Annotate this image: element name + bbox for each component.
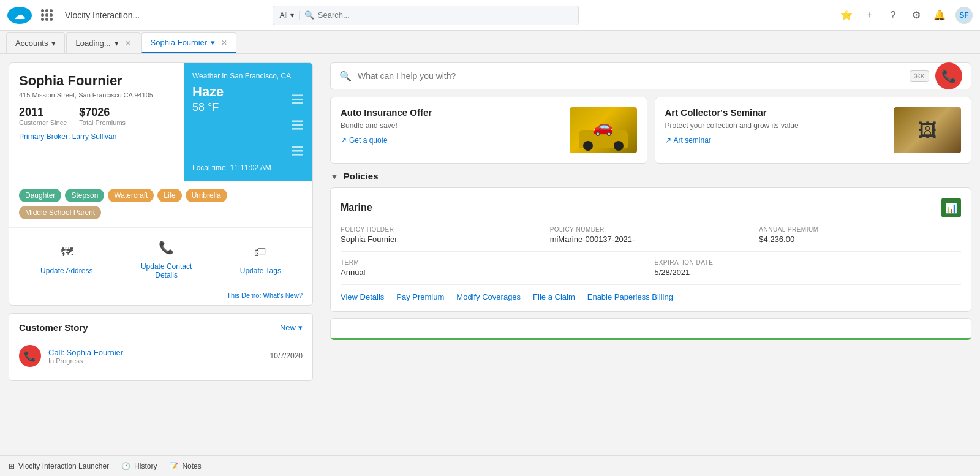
right-panel: 🔍 ⌘K 📞 Auto Insurance Offer Bundle and s… — [322, 54, 980, 455]
pay-premium-link[interactable]: Pay Premium — [396, 292, 444, 301]
policy-card-header: Marine 📊 — [341, 198, 961, 217]
field-policy-holder: POLICY HOLDER Sophia Fournier — [341, 226, 543, 244]
demo-link[interactable]: This Demo: What's New? — [9, 288, 312, 305]
story-status: In Progress — [48, 357, 263, 365]
tab-loading-close[interactable]: ✕ — [125, 39, 131, 48]
update-tags-button[interactable]: 🏷 Update Tags — [240, 241, 281, 275]
app-name: Vlocity Interaction... — [65, 10, 140, 20]
field-term: TERM Annual — [341, 259, 647, 277]
modify-coverages-link[interactable]: Modify Coverages — [456, 292, 521, 301]
help-shortcut: ⌘K — [910, 70, 929, 82]
policies-collapse-icon: ▼ — [330, 172, 339, 181]
update-address-button[interactable]: 🗺 Update Address — [40, 241, 92, 275]
auto-insurance-desc: Bundle and save! — [341, 121, 562, 130]
story-details: Call: Sophia Fournier In Progress — [48, 348, 263, 365]
view-details-link[interactable]: View Details — [341, 292, 384, 301]
policy-fields-row1: POLICY HOLDER Sophia Fournier POLICY NUM… — [341, 226, 961, 252]
app-launcher[interactable] — [38, 7, 55, 24]
tab-loading[interactable]: Loading... ▾ ✕ — [66, 32, 140, 53]
policies-header[interactable]: ▼ Policies — [330, 171, 971, 181]
policy-marine-card: Marine 📊 POLICY HOLDER Sophia Fournier P… — [330, 187, 971, 312]
history-icon: 🕐 — [121, 462, 130, 470]
field-expiration-date: EXPIRATION DATE 5/28/2021 — [655, 259, 962, 277]
policies-section: ▼ Policies Marine 📊 POLICY HOLDER Sophia… — [330, 171, 971, 447]
art-seminar-image: 🖼 — [894, 107, 961, 153]
auto-insurance-link[interactable]: ↗ Get a quote — [341, 136, 562, 145]
tab-bar: Accounts ▾ Loading... ▾ ✕ Sophia Fournie… — [0, 31, 980, 54]
top-nav: ☁ Vlocity Interaction... All ▾ 🔍 ⭐ ＋ ? ⚙… — [0, 0, 980, 31]
main-content: Sophia Fournier 415 Mission Street, San … — [0, 54, 980, 455]
art-seminar-title: Art Collector's Seminar — [665, 107, 887, 118]
profile-actions: 🗺 Update Address 📞 Update Contact Detail… — [9, 227, 312, 288]
update-tags-icon: 🏷 — [249, 241, 271, 263]
auto-insurance-card: Auto Insurance Offer Bundle and save! ↗ … — [330, 97, 647, 164]
launcher-icon: ⊞ — [9, 462, 15, 470]
profile-card: Sophia Fournier 415 Mission Street, San … — [9, 62, 313, 306]
tag-umbrella[interactable]: Umbrella — [186, 189, 227, 202]
tag-watercraft[interactable]: Watercraft — [108, 189, 154, 202]
search-input[interactable] — [318, 10, 573, 20]
art-seminar-content: Art Collector's Seminar Protect your col… — [665, 107, 887, 145]
call-button[interactable]: 📞 — [935, 62, 962, 89]
policy-marine-icon[interactable]: 📊 — [941, 198, 961, 217]
paperless-billing-link[interactable]: Enable Paperless Billing — [587, 292, 673, 301]
update-contact-button[interactable]: 📞 Update Contact Details — [136, 236, 197, 279]
story-title: Customer Story — [19, 322, 88, 333]
favorites-icon[interactable]: ⭐ — [839, 8, 854, 23]
profile-info: Sophia Fournier 415 Mission Street, San … — [9, 63, 184, 181]
art-seminar-desc: Protect your collection and grow its val… — [665, 121, 887, 130]
story-date: 10/7/2020 — [270, 352, 303, 360]
help-icon[interactable]: ? — [886, 8, 900, 23]
weather-icon: ≡≡≡ — [291, 86, 304, 164]
stat-total-premiums: $7026 Total Premiums — [79, 106, 126, 126]
primary-broker: Primary Broker: Larry Sullivan — [19, 132, 174, 141]
add-icon[interactable]: ＋ — [862, 8, 877, 23]
story-item: 📞 Call: Sophia Fournier In Progress 10/7… — [19, 340, 303, 372]
footer-history[interactable]: 🕐 History — [121, 462, 157, 470]
bottom-footer: ⊞ Vlocity Interaction Launcher 🕐 History… — [0, 455, 980, 476]
profile-name: Sophia Fournier — [19, 73, 174, 89]
help-input[interactable] — [358, 71, 903, 81]
notes-icon: 📝 — [169, 462, 178, 470]
policy-card-second — [330, 318, 971, 340]
global-search-bar: All ▾ 🔍 — [273, 6, 579, 25]
tab-sophia[interactable]: Sophia Fournier ▾ ✕ — [141, 32, 237, 53]
auto-insurance-content: Auto Insurance Offer Bundle and save! ↗ … — [341, 107, 562, 145]
left-panel: Sophia Fournier 415 Mission Street, San … — [0, 54, 322, 455]
auto-insurance-image: 🚗 — [570, 107, 637, 153]
policy-fields-row2: TERM Annual EXPIRATION DATE 5/28/2021 — [341, 252, 961, 285]
weather-time: Local time: 11:11:02 AM — [192, 164, 304, 172]
story-avatar: 📞 — [19, 345, 41, 367]
art-seminar-card: Art Collector's Seminar Protect your col… — [655, 97, 972, 164]
policy-actions: View Details Pay Premium Modify Coverage… — [341, 285, 961, 301]
tab-accounts[interactable]: Accounts ▾ — [6, 32, 65, 53]
salesforce-logo[interactable]: ☁ — [7, 7, 32, 24]
settings-icon[interactable]: ⚙ — [909, 8, 924, 23]
weather-widget: Weather in San Francisco, CA Haze 58 °F … — [184, 63, 312, 181]
field-annual-premium: ANNUAL PREMIUM $4,236.00 — [759, 226, 961, 244]
tags-section: Daughter Stepson Watercraft Life Umbrell… — [9, 181, 312, 227]
tag-middle-school[interactable]: Middle School Parent — [19, 206, 101, 219]
weather-condition: Haze — [192, 84, 224, 100]
search-scope[interactable]: All ▾ — [279, 11, 299, 20]
tab-sophia-close[interactable]: ✕ — [221, 39, 227, 47]
offers-row: Auto Insurance Offer Bundle and save! ↗ … — [330, 97, 971, 164]
art-seminar-link[interactable]: ↗ Art seminar — [665, 136, 887, 145]
story-name[interactable]: Call: Sophia Fournier — [48, 348, 263, 357]
policy-marine-name: Marine — [341, 202, 372, 213]
tag-stepson[interactable]: Stepson — [65, 189, 104, 202]
help-bar: 🔍 ⌘K 📞 — [330, 62, 971, 89]
profile-address: 415 Mission Street, San Francisco CA 941… — [19, 91, 174, 99]
footer-notes[interactable]: 📝 Notes — [169, 462, 201, 470]
notifications-icon[interactable]: 🔔 — [932, 8, 947, 23]
weather-location: Weather in San Francisco, CA — [192, 72, 304, 80]
update-address-icon: 🗺 — [56, 241, 78, 263]
tag-life[interactable]: Life — [157, 189, 181, 202]
footer-launcher[interactable]: ⊞ Vlocity Interaction Launcher — [9, 462, 109, 470]
update-contact-icon: 📞 — [156, 236, 178, 259]
profile-top: Sophia Fournier 415 Mission Street, San … — [9, 63, 312, 181]
new-story-button[interactable]: New ▾ — [280, 323, 303, 332]
file-claim-link[interactable]: File a Claim — [533, 292, 575, 301]
tag-daughter[interactable]: Daughter — [19, 189, 61, 202]
avatar[interactable]: SF — [956, 7, 973, 24]
